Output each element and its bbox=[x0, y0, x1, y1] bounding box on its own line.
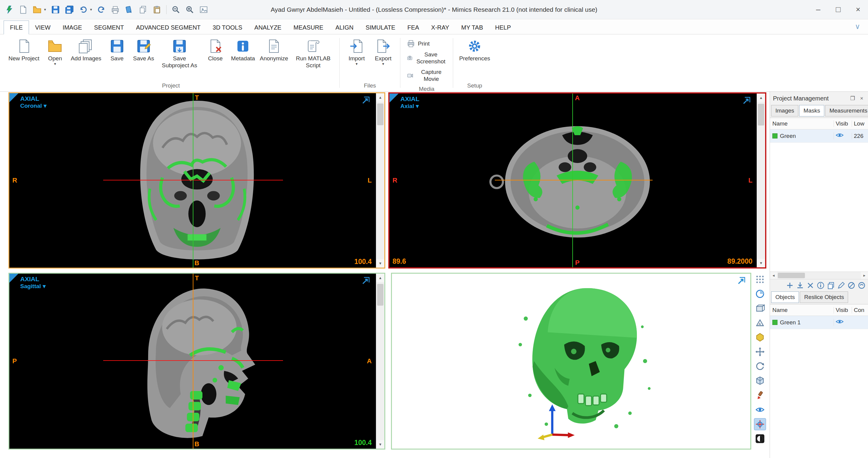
column-con[interactable]: Con bbox=[852, 307, 868, 313]
tab-help[interactable]: HELP bbox=[489, 21, 517, 34]
tab-align[interactable]: ALIGN bbox=[330, 21, 360, 34]
metadata-button[interactable]: Metadata bbox=[229, 36, 257, 62]
clear-mask-icon[interactable] bbox=[847, 281, 855, 289]
run-matlab-script-button[interactable]: Run MATLAB Script bbox=[290, 36, 336, 69]
angle-measure-icon[interactable]: A bbox=[754, 317, 766, 329]
add-mask-icon[interactable] bbox=[786, 281, 794, 289]
open-dropdown-caret[interactable]: ▾ bbox=[44, 7, 46, 12]
copy-icon[interactable] bbox=[138, 5, 148, 14]
viewport-3d[interactable] bbox=[391, 273, 751, 450]
masks-list-area[interactable] bbox=[770, 143, 868, 272]
maximize-viewport-icon[interactable] bbox=[742, 96, 751, 107]
export-dropdown-caret[interactable]: ▾ bbox=[382, 62, 384, 66]
object-color-swatch[interactable] bbox=[772, 320, 777, 325]
save-screenshot-button[interactable]: Save Screenshot bbox=[404, 50, 449, 66]
tab-fea[interactable]: FEA bbox=[401, 21, 425, 34]
tab-measurements[interactable]: Measurements bbox=[825, 105, 868, 117]
import-button[interactable]: Import ▾ bbox=[343, 36, 370, 66]
viewport-axial[interactable]: AXIAL Axial▾ A P R L 89.6 89.2000 bbox=[388, 92, 766, 269]
scroll-up-arrow[interactable]: ▲ bbox=[376, 274, 384, 282]
pan-icon[interactable] bbox=[754, 346, 766, 358]
tab-reslice-objects[interactable]: Reslice Objects bbox=[800, 292, 848, 303]
tab-images[interactable]: Images bbox=[771, 105, 798, 117]
redo-icon[interactable] bbox=[97, 5, 106, 14]
mask-low-threshold[interactable]: 226 bbox=[852, 133, 868, 140]
crosshair-tool-icon[interactable] bbox=[754, 418, 766, 430]
open-dropdown-caret[interactable]: ▾ bbox=[54, 62, 56, 66]
slice-scrollbar[interactable]: ▲ ▼ bbox=[376, 274, 384, 449]
viewport-sagittal[interactable]: AXIAL Sagittal▾ T B P A 100.4 bbox=[8, 273, 385, 450]
new-project-button[interactable]: New Project bbox=[6, 36, 42, 62]
save-subproject-as-button[interactable]: Save Subproject As bbox=[157, 36, 202, 69]
plane-selector[interactable]: Coronal▾ bbox=[20, 102, 46, 109]
slice-scrollbar[interactable]: ▲ ▼ bbox=[757, 94, 765, 267]
crosshair-vertical[interactable] bbox=[193, 274, 193, 449]
tab-objects[interactable]: Objects bbox=[771, 292, 799, 303]
maximize-viewport-icon[interactable] bbox=[361, 96, 371, 106]
scroll-thumb[interactable] bbox=[377, 103, 383, 125]
paste-icon[interactable] bbox=[152, 5, 161, 14]
undo-dropdown-caret[interactable]: ▾ bbox=[90, 7, 92, 12]
save-icon[interactable] bbox=[51, 5, 60, 14]
tab-measure[interactable]: MEASURE bbox=[287, 21, 330, 34]
slice-scrollbar[interactable]: ▲ ▼ bbox=[376, 93, 384, 268]
column-name[interactable]: Name bbox=[770, 307, 834, 313]
export-icon[interactable] bbox=[125, 5, 134, 14]
scroll-down-arrow[interactable]: ▼ bbox=[376, 259, 384, 268]
ribbon-collapse-chevron[interactable]: ∨ bbox=[855, 22, 860, 31]
duplicate-mask-icon[interactable] bbox=[827, 281, 835, 289]
export-button[interactable]: Export ▾ bbox=[370, 36, 397, 66]
maximize-button[interactable]: □ bbox=[828, 0, 848, 19]
close-panel-icon[interactable]: × bbox=[858, 95, 865, 102]
scroll-thumb[interactable] bbox=[758, 104, 764, 125]
maximize-viewport-icon[interactable] bbox=[737, 276, 746, 287]
preferences-button[interactable]: Preferences bbox=[457, 36, 492, 62]
column-name[interactable]: Name bbox=[770, 120, 834, 127]
column-visible[interactable]: Visib bbox=[834, 307, 852, 313]
tab-file[interactable]: FILE bbox=[4, 21, 29, 34]
tab-segment[interactable]: SEGMENT bbox=[88, 21, 130, 34]
import-dropdown-caret[interactable]: ▾ bbox=[356, 62, 358, 66]
mask-row-green[interactable]: Green 226 bbox=[770, 129, 868, 143]
close-project-button[interactable]: Close bbox=[202, 36, 229, 62]
zoom-out-icon[interactable] bbox=[172, 5, 180, 14]
scroll-up-arrow[interactable]: ▲ bbox=[757, 94, 765, 102]
dock-panel-icon[interactable]: ❐ bbox=[849, 95, 856, 102]
measure-cube-icon[interactable] bbox=[754, 302, 766, 314]
maximize-viewport-icon[interactable] bbox=[361, 276, 371, 287]
open-project-icon[interactable] bbox=[33, 5, 42, 14]
scroll-thumb[interactable] bbox=[377, 284, 383, 306]
save-all-icon[interactable] bbox=[65, 5, 74, 14]
delete-mask-icon[interactable] bbox=[806, 281, 814, 289]
add-images-button[interactable]: Add Images bbox=[68, 36, 103, 62]
polyhedron-icon[interactable] bbox=[754, 331, 766, 343]
tab-my-tab[interactable]: MY TAB bbox=[455, 21, 489, 34]
scroll-down-arrow[interactable]: ▼ bbox=[376, 440, 384, 449]
tab-image[interactable]: IMAGE bbox=[56, 21, 88, 34]
visibility-eye-icon[interactable] bbox=[754, 404, 766, 416]
screenshot-icon[interactable] bbox=[199, 5, 208, 14]
tab-3d-tools[interactable]: 3D TOOLS bbox=[207, 21, 248, 34]
scroll-left-arrow[interactable]: ◄ bbox=[770, 272, 777, 279]
tab-masks[interactable]: Masks bbox=[799, 105, 824, 117]
contrast-icon[interactable] bbox=[754, 433, 766, 445]
navigation-sphere-icon[interactable] bbox=[754, 288, 766, 300]
plane-selector[interactable]: Sagittal▾ bbox=[20, 283, 45, 289]
undo-icon[interactable] bbox=[79, 5, 88, 14]
scroll-right-arrow[interactable]: ► bbox=[861, 272, 868, 279]
import-mask-icon[interactable] bbox=[796, 281, 804, 289]
zoom-in-icon[interactable] bbox=[185, 5, 194, 14]
plane-selector[interactable]: Axial▾ bbox=[400, 102, 420, 110]
scroll-up-arrow[interactable]: ▲ bbox=[376, 93, 384, 102]
tab-analyze[interactable]: ANALYZE bbox=[248, 21, 287, 34]
visibility-eye-icon[interactable] bbox=[834, 319, 852, 326]
print-icon[interactable] bbox=[111, 5, 120, 14]
column-low[interactable]: Low bbox=[852, 120, 868, 127]
tab-view[interactable]: VIEW bbox=[29, 21, 56, 34]
cube-3d-icon[interactable] bbox=[754, 375, 766, 387]
segment-brush-icon[interactable] bbox=[754, 389, 766, 401]
close-button[interactable]: × bbox=[848, 0, 868, 19]
print-button[interactable]: Print bbox=[404, 38, 433, 49]
edit-mask-icon[interactable] bbox=[837, 281, 845, 289]
masks-horizontal-scrollbar[interactable]: ◄ ► bbox=[770, 272, 868, 279]
